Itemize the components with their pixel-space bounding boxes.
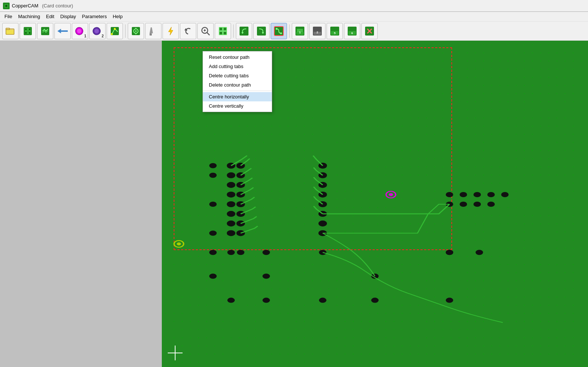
open-button[interactable] [2,23,19,39]
svg-point-21 [111,33,113,35]
zoom-button[interactable] [197,23,214,39]
svg-point-8 [25,28,27,30]
ctx-reset-contour[interactable]: Reset contour path [203,53,272,62]
svg-point-96 [501,192,508,197]
svg-point-112 [446,298,453,303]
svg-point-108 [227,298,235,303]
svg-rect-12 [41,27,49,35]
app-icon [3,3,10,9]
svg-point-109 [263,298,270,303]
canvas-area[interactable]: Reset contour path Add cutting tabs Dele… [162,41,588,367]
circle-m-button[interactable]: 1 [72,23,88,39]
undo-button[interactable] [180,23,196,39]
svg-point-93 [460,192,467,197]
svg-point-99 [474,202,481,207]
svg-rect-41 [240,27,248,36]
svg-point-95 [487,192,495,197]
svg-point-113 [209,273,217,279]
svg-text:5: 5 [334,31,336,35]
svg-point-107 [446,250,453,255]
menu-machining[interactable]: Machining [15,13,43,20]
ctx-add-tabs[interactable]: Add cutting tabs [203,62,272,71]
svg-point-94 [474,192,481,197]
svg-point-10 [25,32,27,34]
menu-file[interactable]: File [1,13,15,20]
toolbar-sep-2 [233,24,234,38]
window-title: CopperCAM [12,3,39,9]
svg-point-25 [135,30,137,32]
svg-point-11 [29,32,30,34]
svg-point-110 [319,298,326,303]
menu-parameters[interactable]: Parameters [79,13,110,20]
crosshair-icon [168,346,183,360]
layer5-button[interactable]: 5 [327,23,343,39]
svg-line-33 [207,33,210,35]
pcb-view2-button[interactable] [37,23,53,39]
svg-point-115 [371,273,378,279]
menu-display[interactable]: Display [57,13,79,20]
ctx-centre-v[interactable]: Centre vertically [203,101,272,111]
svg-point-111 [371,298,378,303]
tool-button[interactable] [145,23,161,39]
ctx-delete-contour[interactable]: Delete contour path [203,80,272,90]
svg-rect-36 [219,27,227,35]
svg-marker-30 [168,27,173,35]
window-subtitle: (Card contour) [42,3,73,9]
ctx-centre-h[interactable]: Centre horizontally [203,92,272,101]
toolbar: 1 2 [0,21,588,41]
svg-point-2 [5,5,7,7]
svg-rect-4 [6,28,10,30]
svg-point-47 [280,32,282,34]
ctx-separator [203,91,272,91]
lightning-button[interactable] [163,23,179,39]
main-area: Reset contour path Add cutting tabs Dele… [0,41,588,367]
menu-help[interactable]: Help [110,13,126,20]
svg-rect-5 [6,30,14,34]
svg-point-46 [276,28,278,30]
arrow-button[interactable] [54,23,71,39]
svg-text:1: 1 [299,31,301,34]
route-button[interactable] [107,23,123,39]
svg-point-9 [29,28,30,30]
left-panel [0,41,162,367]
svg-point-100 [487,202,495,207]
svg-point-22 [114,28,116,30]
svg-text:2: 2 [317,31,318,34]
layer6-button[interactable]: 6 [344,23,360,39]
svg-point-117 [475,250,483,255]
svg-point-114 [263,273,270,279]
svg-rect-43 [257,27,266,36]
svg-point-116 [446,250,453,255]
path-active-button[interactable] [271,23,287,39]
svg-point-17 [94,29,99,33]
grid-button[interactable] [215,23,231,39]
svg-text:6: 6 [351,31,353,35]
svg-marker-13 [57,28,68,33]
drill-button[interactable] [128,23,144,39]
svg-point-15 [77,29,81,33]
svg-point-106 [319,250,326,255]
toolbar-sep-3 [289,24,290,38]
path-left-button[interactable] [236,23,252,39]
menu-edit[interactable]: Edit [43,13,57,20]
path-right-button[interactable] [253,23,270,39]
toolbar-sep-1 [125,24,126,38]
title-bar: CopperCAM (Card contour) [0,0,588,12]
layer-x-button[interactable] [361,23,378,39]
context-menu: Reset contour path Add cutting tabs Dele… [203,51,272,112]
layer1-button[interactable]: 1 [292,23,308,39]
ctx-delete-tabs[interactable]: Delete cutting tabs [203,71,272,80]
svg-point-103 [237,250,244,255]
svg-point-98 [460,202,467,207]
svg-point-104 [263,250,270,255]
svg-point-102 [227,250,235,255]
menu-bar: File Machining Edit Display Parameters H… [0,12,588,21]
layer2-button[interactable]: 2 [309,23,325,39]
circle-2-button[interactable]: 2 [89,23,106,39]
pcb-view1-button[interactable] [20,23,36,39]
svg-point-101 [209,250,217,255]
